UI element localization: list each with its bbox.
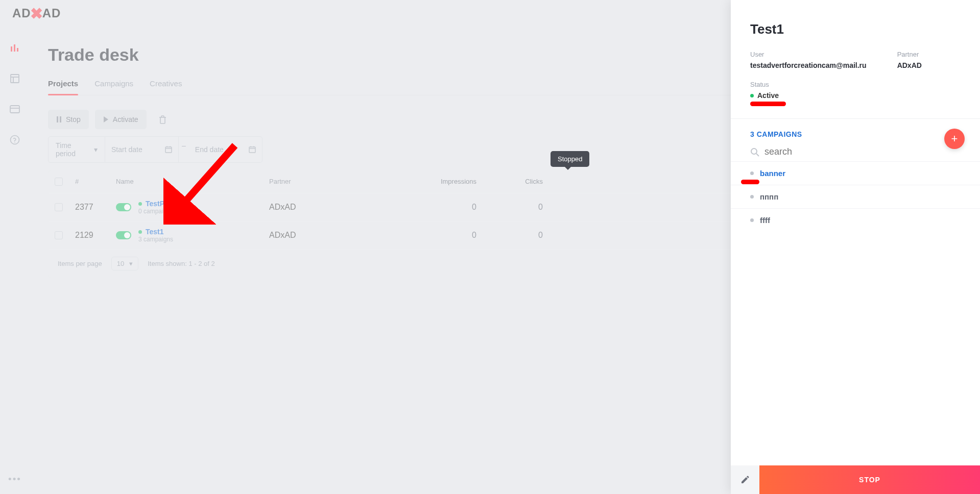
per-page-value: 10 bbox=[117, 260, 124, 267]
search-input[interactable] bbox=[764, 146, 961, 157]
campaign-item-banner[interactable]: banner bbox=[731, 161, 980, 185]
project-link[interactable]: Test1 bbox=[146, 228, 164, 236]
campaign-item[interactable]: пппп bbox=[731, 185, 980, 208]
panel-stop-button[interactable]: STOP bbox=[759, 465, 980, 494]
row-id: 2129 bbox=[75, 231, 116, 240]
end-date-input[interactable]: End date bbox=[189, 136, 262, 163]
search-icon bbox=[750, 147, 759, 157]
panel-stop-label: STOP bbox=[859, 476, 880, 484]
svg-rect-16 bbox=[249, 147, 255, 153]
tab-campaigns[interactable]: Campaigns bbox=[94, 79, 133, 95]
row-partner: ADxAD bbox=[269, 203, 402, 212]
col-partner: Partner bbox=[269, 178, 402, 186]
sidebar: ••• bbox=[0, 27, 30, 494]
row-checkbox[interactable] bbox=[55, 203, 63, 211]
campaign-name: banner bbox=[760, 169, 785, 178]
svg-rect-11 bbox=[60, 116, 61, 122]
col-clicks: Clicks bbox=[489, 178, 555, 186]
sidebar-more-icon[interactable]: ••• bbox=[8, 474, 21, 485]
items-per-page-label: Items per page bbox=[58, 260, 102, 267]
svg-rect-10 bbox=[57, 116, 58, 122]
svg-rect-12 bbox=[165, 147, 172, 153]
add-button[interactable]: + bbox=[944, 129, 965, 149]
start-placeholder: Start date bbox=[111, 145, 142, 154]
row-partner: ADxAD bbox=[269, 231, 402, 240]
status-text: Active bbox=[757, 91, 779, 100]
svg-rect-1 bbox=[14, 44, 15, 52]
svg-point-8 bbox=[11, 136, 19, 144]
date-separator: – bbox=[179, 136, 189, 163]
svg-rect-3 bbox=[11, 75, 19, 83]
logo-left: AD bbox=[12, 6, 31, 20]
stopped-dot-icon bbox=[750, 195, 754, 199]
annotation-underline-icon bbox=[741, 180, 759, 184]
status-value: Active bbox=[750, 91, 961, 100]
delete-button[interactable] bbox=[153, 110, 173, 129]
svg-rect-6 bbox=[10, 106, 19, 113]
period-label: Time period bbox=[56, 141, 89, 158]
svg-point-9 bbox=[14, 142, 15, 143]
panel-footer: STOP bbox=[731, 465, 980, 494]
activate-button[interactable]: Activate bbox=[95, 110, 147, 129]
sidebar-item-analytics[interactable] bbox=[9, 42, 21, 54]
row-id: 2377 bbox=[75, 203, 116, 212]
status-label: Status bbox=[750, 81, 961, 88]
svg-rect-0 bbox=[11, 46, 12, 52]
logo-x-icon: ✖ bbox=[30, 5, 43, 22]
edit-button[interactable] bbox=[731, 465, 759, 494]
panel-title: Test1 bbox=[750, 21, 961, 37]
project-link[interactable]: TestProject bbox=[146, 200, 184, 208]
sidebar-item-help[interactable] bbox=[9, 134, 21, 146]
annotation-underline-icon bbox=[750, 102, 786, 106]
campaign-name: ffff bbox=[760, 216, 770, 225]
row-name-cell: TestProject 0 campaigns bbox=[116, 200, 269, 215]
per-page-select[interactable]: 10 ▾ bbox=[111, 257, 138, 270]
project-sub: 0 campaigns bbox=[138, 208, 184, 215]
time-period-select[interactable]: Time period ▾ bbox=[48, 136, 105, 163]
activate-label: Activate bbox=[113, 115, 138, 124]
start-date-input[interactable]: Start date bbox=[105, 136, 179, 163]
status-dot-icon bbox=[138, 202, 142, 206]
logo-right: AD bbox=[42, 6, 61, 20]
logo[interactable]: AD ✖ AD bbox=[12, 5, 61, 22]
user-label: User bbox=[750, 51, 867, 58]
pause-icon bbox=[56, 116, 62, 122]
stop-button[interactable]: Stop bbox=[48, 110, 89, 129]
partner-label: Partner bbox=[897, 51, 922, 58]
items-shown: Items shown: 1 - 2 of 2 bbox=[148, 260, 215, 267]
chevron-down-icon: ▾ bbox=[129, 260, 133, 267]
col-id: # bbox=[75, 178, 116, 186]
play-icon bbox=[103, 116, 109, 122]
row-checkbox[interactable] bbox=[55, 231, 63, 239]
stopped-dot-icon bbox=[750, 218, 754, 222]
svg-point-21 bbox=[751, 149, 757, 154]
calendar-icon bbox=[249, 146, 256, 153]
col-impressions: Impressions bbox=[402, 178, 489, 186]
select-all-checkbox[interactable] bbox=[55, 178, 63, 186]
svg-line-22 bbox=[756, 154, 759, 156]
tab-projects[interactable]: Projects bbox=[48, 79, 78, 95]
partner-value: ADxAD bbox=[897, 61, 922, 69]
active-toggle[interactable] bbox=[116, 231, 131, 239]
active-toggle[interactable] bbox=[116, 203, 131, 211]
row-impressions: 0 bbox=[402, 203, 489, 212]
tooltip-stopped: Stopped bbox=[551, 151, 589, 167]
sidebar-item-layout[interactable] bbox=[9, 72, 21, 85]
stopped-dot-icon bbox=[750, 171, 754, 175]
row-name-cell: Test1 3 campaigns bbox=[116, 228, 269, 243]
campaign-search[interactable] bbox=[731, 143, 980, 161]
tab-creatives[interactable]: Creatives bbox=[150, 79, 182, 95]
campaign-name: пппп bbox=[760, 192, 778, 201]
row-clicks: 0 bbox=[489, 231, 555, 240]
campaign-item[interactable]: ffff bbox=[731, 208, 980, 232]
status-dot-icon bbox=[138, 230, 142, 234]
project-side-panel: Test1 User testadvertforcreationcam@mail… bbox=[731, 0, 980, 494]
campaigns-heading: 3 CAMPAIGNS bbox=[750, 130, 961, 138]
status-dot-icon bbox=[750, 94, 754, 97]
sidebar-item-card[interactable] bbox=[9, 103, 21, 115]
calendar-icon bbox=[165, 146, 172, 153]
col-name: Name bbox=[116, 178, 269, 186]
row-clicks: 0 bbox=[489, 203, 555, 212]
row-impressions: 0 bbox=[402, 231, 489, 240]
tooltip-text: Stopped bbox=[558, 155, 582, 163]
